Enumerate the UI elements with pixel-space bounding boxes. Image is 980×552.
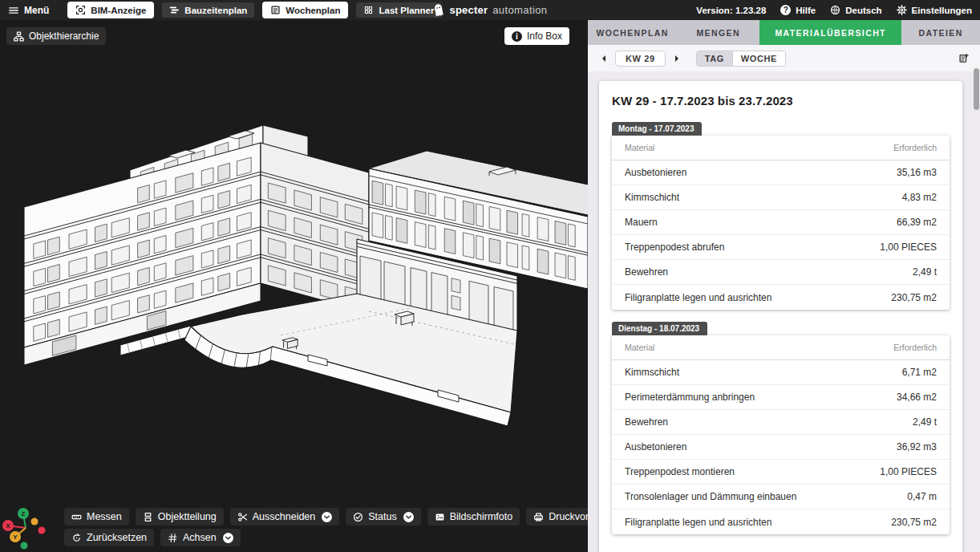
language-button[interactable]: Deutsch bbox=[830, 5, 881, 15]
nav-bauzeitenplan-button[interactable]: Bauzeitenplan bbox=[162, 2, 254, 18]
menu-label: Menü bbox=[24, 5, 49, 16]
info-icon: i bbox=[512, 31, 522, 42]
col-material: Material bbox=[625, 343, 654, 352]
material-name: Mauern bbox=[625, 217, 658, 228]
split-icon bbox=[143, 512, 153, 522]
weekplan-icon bbox=[270, 5, 281, 15]
axis-gizmo[interactable]: ZXY bbox=[0, 496, 51, 552]
check-circle-icon bbox=[353, 512, 363, 522]
required-amount: 0,47 m bbox=[907, 491, 937, 502]
brand-name: specter bbox=[450, 4, 488, 16]
week-selector[interactable]: KW 29 bbox=[615, 51, 666, 67]
gantt-icon bbox=[169, 5, 180, 15]
week-toolbar: KW 29 TAGWOCHE bbox=[588, 45, 980, 71]
hierarchy-icon bbox=[14, 31, 24, 42]
druckvorschau-button[interactable]: Druckvorschau bbox=[526, 508, 588, 526]
table-row: Ausbetonieren35,16 m3 bbox=[612, 160, 950, 185]
day-week-toggle[interactable]: TAGWOCHE bbox=[696, 51, 786, 67]
material-name: Ausbetonieren bbox=[625, 441, 686, 453]
next-week-button[interactable] bbox=[670, 52, 683, 65]
tab-materialübersicht[interactable]: MATERIALÜBERSICHT bbox=[759, 20, 901, 45]
required-amount: 2,49 t bbox=[913, 266, 937, 278]
toggle-tag[interactable]: TAG bbox=[697, 51, 732, 66]
help-button[interactable]: ? Hilfe bbox=[780, 5, 816, 15]
info-box-button[interactable]: i Info Box bbox=[504, 27, 569, 45]
tab-mengen[interactable]: MENGEN bbox=[677, 20, 759, 45]
building-model-canvas[interactable] bbox=[0, 20, 588, 552]
required-amount: 1,00 PIECES bbox=[880, 242, 937, 253]
svg-text:Y: Y bbox=[13, 534, 18, 541]
col-required: Erforderlich bbox=[893, 343, 937, 352]
settings-button[interactable]: Einstellungen bbox=[897, 5, 972, 15]
table-header: MaterialErforderlich bbox=[612, 335, 950, 360]
achsen-button[interactable]: Achsen bbox=[160, 529, 241, 546]
bim-viewport[interactable]: Objekthierarchie i Info Box MessenObjekt… bbox=[0, 20, 588, 552]
chevron-down-icon[interactable] bbox=[403, 512, 414, 522]
add-note-icon[interactable] bbox=[958, 52, 970, 64]
hamburger-icon bbox=[8, 5, 19, 16]
printer-icon bbox=[533, 512, 544, 522]
day-section: Montag - 17.07.2023MaterialErforderlichA… bbox=[612, 120, 950, 310]
table-row: Bewehren2,49 t bbox=[612, 410, 950, 435]
object-hierarchy-button[interactable]: Objekthierarchie bbox=[6, 27, 106, 45]
toggle-woche[interactable]: WOCHE bbox=[732, 51, 785, 66]
nav-bim-anzeige-button[interactable]: BIM-Anzeige bbox=[68, 2, 153, 18]
day-badge: Dienstag - 18.07.2023 bbox=[612, 322, 707, 335]
objektteilung-button[interactable]: Objektteilung bbox=[136, 508, 224, 526]
tab-wochenplan[interactable]: WOCHENPLAN bbox=[588, 20, 677, 45]
brand-logo: specter automation bbox=[433, 0, 548, 20]
required-amount: 4,83 m2 bbox=[902, 192, 937, 203]
axes-icon bbox=[168, 533, 178, 543]
globe-icon bbox=[830, 5, 840, 15]
image-icon bbox=[435, 512, 445, 522]
grid-icon bbox=[363, 5, 374, 15]
chevron-down-icon[interactable] bbox=[322, 512, 332, 522]
menu-button[interactable]: Menü bbox=[8, 5, 49, 16]
tab-dateien[interactable]: DATEIEN bbox=[901, 20, 980, 45]
messen-button[interactable]: Messen bbox=[64, 508, 129, 526]
material-name: Treppenpodest montieren bbox=[625, 466, 735, 477]
required-amount: 36,92 m3 bbox=[897, 441, 937, 453]
table-row: Tronsolenlager und Dämmung einbauen0,47 … bbox=[612, 485, 950, 509]
col-required: Erforderlich bbox=[893, 143, 937, 152]
table-row: Treppenpodest montieren1,00 PIECES bbox=[612, 460, 950, 485]
scissors-icon bbox=[237, 512, 248, 522]
col-material: Material bbox=[625, 143, 654, 152]
version-label: Version: 1.23.28 bbox=[696, 6, 766, 15]
table-row: Kimmschicht6,71 m2 bbox=[612, 360, 950, 385]
ruler-icon bbox=[71, 512, 82, 522]
reset-icon bbox=[71, 533, 82, 543]
table-row: Mauern66,39 m2 bbox=[612, 210, 950, 235]
right-panel: WOCHENPLANMENGENMATERIALÜBERSICHTDATEIEN… bbox=[588, 20, 980, 552]
top-bar: Menü BIM-AnzeigeBauzeitenplanWochenplanL… bbox=[0, 0, 980, 20]
chevron-down-icon[interactable] bbox=[223, 533, 233, 543]
material-name: Bewehren bbox=[625, 266, 668, 278]
nav-wochenplan-button[interactable]: Wochenplan bbox=[263, 2, 347, 18]
table-row: Filigranplatte legen und ausrichten230,7… bbox=[612, 509, 950, 534]
ausschneiden-button[interactable]: Ausschneiden bbox=[230, 508, 340, 526]
table-row: Ausbetonieren36,92 m3 bbox=[612, 435, 950, 460]
material-table: MaterialErforderlichAusbetonieren35,16 m… bbox=[612, 136, 950, 310]
prev-week-button[interactable] bbox=[597, 52, 610, 65]
bildschirmfoto-button[interactable]: Bildschirmfoto bbox=[427, 508, 520, 526]
zurücksetzen-button[interactable]: Zurücksetzen bbox=[64, 529, 154, 546]
required-amount: 35,16 m3 bbox=[897, 167, 937, 178]
ghost-logo-icon bbox=[433, 3, 445, 17]
material-name: Perimeterdämmung anbringen bbox=[625, 392, 755, 403]
table-row: Kimmschicht4,83 m2 bbox=[612, 185, 950, 210]
material-name: Ausbetonieren bbox=[625, 167, 686, 178]
day-section: Dienstag - 18.07.2023MaterialErforderlic… bbox=[612, 320, 950, 534]
help-icon: ? bbox=[780, 5, 791, 15]
required-amount: 230,75 m2 bbox=[891, 517, 937, 528]
panel-scrollbar[interactable] bbox=[974, 68, 979, 110]
brand-suffix: automation bbox=[492, 4, 547, 16]
material-table: MaterialErforderlichKimmschicht6,71 m2Pe… bbox=[612, 335, 950, 534]
status-button[interactable]: Status bbox=[346, 508, 420, 526]
material-name: Kimmschicht bbox=[625, 192, 679, 203]
nav-last-planner-button[interactable]: Last Planner bbox=[356, 2, 441, 18]
material-name: Treppenpodest abrufen bbox=[625, 242, 724, 253]
material-name: Kimmschicht bbox=[625, 367, 679, 378]
material-name: Tronsolenlager und Dämmung einbauen bbox=[625, 491, 796, 502]
required-amount: 66,39 m2 bbox=[897, 217, 937, 228]
material-overview-content: KW 29 - 17.7.2023 bis 23.7.2023 Montag -… bbox=[588, 71, 980, 552]
